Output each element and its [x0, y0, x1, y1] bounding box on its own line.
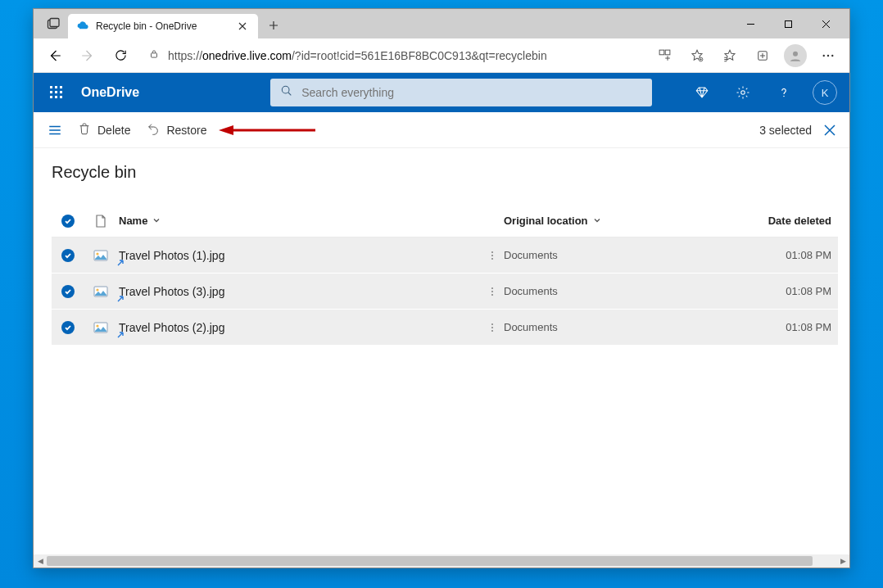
browser-window: Recycle bin - OneDrive — [33, 8, 850, 568]
file-date: 01:08 PM — [749, 249, 831, 261]
tab-close-icon[interactable] — [235, 19, 250, 34]
settings-icon[interactable] — [727, 76, 759, 109]
file-type-icon — [84, 248, 117, 263]
row-more-icon[interactable] — [481, 322, 504, 333]
url-host: onedrive.live.com — [202, 49, 292, 62]
check-icon — [61, 285, 75, 298]
svg-point-10 — [827, 54, 829, 56]
svg-point-32 — [96, 288, 98, 291]
svg-point-27 — [96, 252, 98, 255]
scroll-left-icon[interactable]: ◀ — [34, 554, 47, 568]
account-button[interactable]: K — [808, 76, 841, 109]
restore-button[interactable]: Restore — [140, 117, 213, 143]
file-type-icon — [84, 320, 117, 335]
scroll-up-icon[interactable]: ▲ — [838, 148, 849, 160]
svg-point-38 — [491, 323, 493, 324]
more-menu-icon[interactable] — [813, 43, 843, 69]
svg-point-40 — [491, 329, 493, 331]
shortcut-icon — [115, 257, 125, 270]
svg-rect-12 — [50, 86, 52, 88]
back-button[interactable] — [40, 43, 70, 69]
svg-rect-1 — [50, 19, 59, 27]
search-box[interactable] — [270, 79, 652, 106]
table-header: Name Original location Date deleted — [52, 205, 838, 237]
selection-count: 3 selected — [759, 124, 812, 137]
delete-button[interactable]: Delete — [71, 117, 137, 143]
file-type-column-icon[interactable] — [84, 215, 117, 228]
svg-point-22 — [741, 91, 745, 95]
svg-rect-13 — [55, 86, 57, 88]
scroll-thumb[interactable] — [47, 556, 813, 566]
column-name[interactable]: Name — [117, 215, 481, 227]
svg-rect-19 — [55, 96, 57, 98]
favorite-icon[interactable] — [682, 43, 712, 69]
row-checkbox[interactable] — [52, 321, 84, 334]
chevron-down-icon — [593, 215, 601, 227]
file-name[interactable]: Travel Photos (2).jpg — [117, 321, 481, 334]
browser-tab[interactable]: Recycle bin - OneDrive — [68, 14, 258, 38]
file-location: Documents — [504, 321, 749, 333]
premium-icon[interactable] — [686, 76, 718, 109]
svg-point-29 — [491, 254, 493, 256]
address-bar: https://onedrive.live.com/?id=root!cid=5… — [34, 38, 849, 73]
help-icon[interactable] — [768, 76, 800, 109]
svg-rect-3 — [152, 53, 157, 57]
nav-toggle-icon[interactable] — [42, 117, 68, 143]
table-row[interactable]: Travel Photos (1).jpg Documents 01:08 PM — [52, 237, 838, 274]
refresh-button[interactable] — [106, 43, 135, 69]
window-minimize-button[interactable] — [731, 11, 769, 36]
svg-rect-20 — [60, 96, 62, 98]
site-info-icon[interactable] — [148, 48, 160, 62]
svg-point-33 — [491, 287, 493, 288]
row-more-icon[interactable] — [481, 250, 504, 261]
file-date: 01:08 PM — [749, 321, 831, 333]
scroll-down-icon[interactable]: ▼ — [838, 543, 849, 554]
scroll-right-icon[interactable]: ▶ — [836, 554, 849, 568]
table-row[interactable]: Travel Photos (2).jpg Documents 01:08 PM — [52, 310, 838, 346]
file-name[interactable]: Travel Photos (1).jpg — [117, 249, 481, 262]
svg-rect-5 — [665, 50, 670, 55]
file-location: Documents — [504, 285, 749, 297]
url-input[interactable]: https://onedrive.live.com/?id=root!cid=5… — [138, 43, 646, 68]
search-input[interactable] — [301, 86, 642, 99]
shortcut-icon — [115, 329, 125, 342]
row-checkbox[interactable] — [52, 249, 84, 262]
horizontal-scrollbar[interactable]: ◀ ▶ — [34, 554, 849, 568]
svg-point-30 — [491, 257, 493, 259]
favorites-bar-icon[interactable] — [715, 43, 745, 69]
new-tab-button[interactable] — [261, 13, 286, 38]
window-close-button[interactable] — [807, 11, 845, 36]
svg-point-9 — [823, 54, 825, 56]
column-date[interactable]: Date deleted — [749, 215, 831, 227]
svg-point-35 — [491, 293, 493, 295]
account-avatar: K — [813, 80, 837, 105]
svg-rect-2 — [785, 20, 791, 27]
shortcut-icon — [115, 293, 125, 306]
forward-button[interactable] — [73, 43, 102, 69]
row-more-icon[interactable] — [481, 286, 504, 297]
trash-icon — [78, 122, 91, 138]
row-checkbox[interactable] — [52, 285, 84, 298]
extensions-icon[interactable] — [650, 43, 679, 69]
svg-rect-4 — [659, 50, 664, 55]
restore-label: Restore — [166, 124, 206, 137]
url-path: /?id=root!cid=561E16BF8BC0C913&qt=recycl… — [292, 49, 547, 62]
annotation-arrow-icon — [219, 123, 317, 138]
file-name[interactable]: Travel Photos (3).jpg — [117, 285, 481, 298]
brand-label[interactable]: OneDrive — [81, 85, 139, 100]
svg-rect-15 — [50, 91, 52, 93]
app-launcher-icon[interactable] — [42, 78, 71, 107]
search-icon — [280, 84, 293, 101]
tab-actions-icon[interactable] — [43, 14, 63, 34]
file-date: 01:08 PM — [749, 285, 831, 297]
vertical-scrollbar[interactable]: ▲ ▼ — [838, 148, 849, 554]
clear-selection-icon[interactable] — [818, 119, 841, 142]
page-title: Recycle bin — [52, 163, 838, 182]
window-maximize-button[interactable] — [769, 11, 807, 36]
column-location[interactable]: Original location — [504, 215, 749, 227]
check-icon — [61, 321, 75, 334]
table-row[interactable]: Travel Photos (3).jpg Documents 01:08 PM — [52, 274, 838, 310]
select-all-checkbox[interactable] — [52, 215, 84, 228]
profile-button[interactable] — [781, 43, 810, 69]
collections-icon[interactable] — [748, 43, 777, 69]
